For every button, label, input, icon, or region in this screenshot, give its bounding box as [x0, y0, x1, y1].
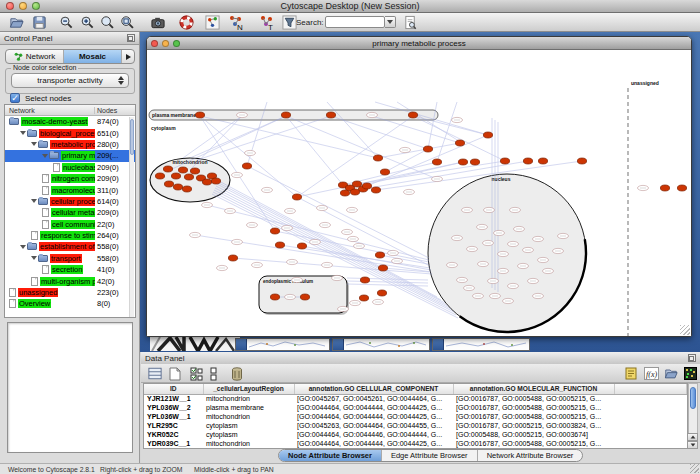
- zoom-fit-icon[interactable]: [119, 14, 136, 31]
- attribute-matrix-icon[interactable]: [682, 366, 698, 381]
- network-node-highlighted[interactable]: [458, 159, 467, 165]
- tree-scrollbar-thumb[interactable]: [130, 119, 134, 155]
- table-scrollbar-thumb[interactable]: [690, 387, 696, 409]
- tree-expand-arrow[interactable]: [31, 256, 37, 260]
- attribute-table-header[interactable]: ID_cellularLayoutRegionannotation.GO CEL…: [144, 384, 687, 394]
- table-column-header[interactable]: annotation.GO MOLECULAR_FUNCTION: [453, 384, 614, 394]
- network-node-highlighted[interactable]: [432, 159, 441, 165]
- network-node-highlighted[interactable]: [577, 158, 586, 164]
- tree-row[interactable]: multi-organism pro42(0): [5, 275, 135, 286]
- control-panel-header[interactable]: Control Panel: [0, 32, 139, 45]
- network-node-highlighted[interactable]: [270, 294, 279, 300]
- tree-row[interactable]: unassigned223(0): [5, 287, 135, 298]
- network-node-highlighted[interactable]: [292, 194, 301, 200]
- window-resize-grip[interactable]: [690, 464, 699, 473]
- network-node-highlighted[interactable]: [360, 277, 369, 283]
- tree-row-label[interactable]: response to stimulu: [40, 231, 95, 240]
- tree-row-label[interactable]: macromolecule: [51, 186, 95, 195]
- network-node-highlighted[interactable]: [359, 295, 368, 301]
- snapshot-camera-icon[interactable]: [149, 14, 166, 31]
- unselect-attributes-icon[interactable]: [207, 366, 223, 381]
- vizmapper-icon[interactable]: [204, 14, 221, 31]
- table-row[interactable]: YPL036W__1mitochondrion[GO:0044464, GO:0…: [144, 412, 687, 421]
- network-node-highlighted[interactable]: [423, 146, 432, 152]
- network-node-highlighted[interactable]: [190, 168, 199, 174]
- network-node-highlighted[interactable]: [182, 186, 191, 192]
- network-node-highlighted[interactable]: [155, 173, 164, 179]
- tree-row-label[interactable]: biological_process: [39, 129, 95, 138]
- tree-row-label[interactable]: establishment of lo: [39, 242, 95, 251]
- background-window-fragment[interactable]: [235, 338, 330, 351]
- network-node-highlighted[interactable]: [202, 179, 211, 185]
- network-node-highlighted[interactable]: [375, 252, 384, 258]
- network-node-highlighted[interactable]: [326, 112, 335, 118]
- table-row[interactable]: YPL036W__2plasma membrane[GO:0044464, GO…: [144, 403, 687, 412]
- network-node-highlighted[interactable]: [164, 181, 173, 187]
- network-node-highlighted[interactable]: [523, 158, 532, 164]
- network-node-highlighted[interactable]: [195, 112, 204, 118]
- tab-overflow-arrow[interactable]: [122, 50, 134, 63]
- background-window-fragment[interactable]: [432, 338, 530, 351]
- network-tree-header[interactable]: Network Nodes: [5, 105, 135, 116]
- tree-row[interactable]: Overview8(0): [5, 298, 135, 309]
- tree-row[interactable]: transport558(0): [5, 253, 135, 264]
- tree-row[interactable]: metabolic process280(0): [5, 139, 135, 150]
- tab-edge-attribute-browser[interactable]: Edge Attribute Browser: [382, 450, 478, 461]
- tree-expand-arrow[interactable]: [31, 142, 37, 146]
- network-node-highlighted[interactable]: [340, 190, 349, 196]
- tree-row-label[interactable]: nucleobase-: [62, 163, 95, 172]
- background-window-fragment[interactable]: [150, 335, 240, 351]
- tree-row-label[interactable]: multi-organism pro: [40, 277, 95, 286]
- attribute-grid-icon[interactable]: [147, 366, 163, 381]
- help-lifering-icon[interactable]: [178, 14, 195, 31]
- network-node-highlighted[interactable]: [371, 187, 380, 193]
- table-row[interactable]: YLR295Ccytoplasm[GO:0045263, GO:0044464,…: [144, 421, 687, 430]
- network-node-highlighted[interactable]: [470, 159, 479, 165]
- tree-row[interactable]: primary metabo209(...: [5, 150, 135, 161]
- tree-row[interactable]: mosaic-demo-yeast874(0): [5, 116, 135, 127]
- tree-row-label[interactable]: metabolic process: [50, 140, 95, 149]
- tab-network[interactable]: Network: [6, 50, 64, 63]
- tree-row-label[interactable]: mosaic-demo-yeast: [21, 117, 88, 126]
- network-node-highlighted[interactable]: [275, 242, 284, 248]
- network-node-highlighted[interactable]: [373, 155, 382, 161]
- table-scroll-down-button[interactable]: [687, 441, 698, 449]
- search-input[interactable]: [325, 16, 385, 28]
- tree-column-network[interactable]: Network: [5, 107, 95, 114]
- save-icon[interactable]: [31, 14, 48, 31]
- tree-row[interactable]: biological_process651(0): [5, 127, 135, 138]
- tree-expand-arrow[interactable]: [20, 245, 26, 249]
- table-column-header[interactable]: [614, 384, 687, 394]
- zoom-in-icon[interactable]: [79, 14, 96, 31]
- network-view-window[interactable]: primary metabolic process plasma membran…: [146, 36, 692, 337]
- tree-row[interactable]: response to stimulu264(0): [5, 230, 135, 241]
- network-node-highlighted[interactable]: [281, 112, 290, 118]
- tree-column-nodes[interactable]: Nodes: [95, 107, 135, 114]
- delete-attribute-icon[interactable]: [229, 366, 245, 381]
- float-panel-icon[interactable]: [688, 354, 696, 362]
- tree-row[interactable]: establishment of lo558(0): [5, 241, 135, 252]
- network-node-highlighted[interactable]: [184, 174, 193, 180]
- network-node-highlighted[interactable]: [297, 243, 306, 249]
- tree-row[interactable]: cell communicat22(0): [5, 219, 135, 230]
- float-panel-icon[interactable]: [127, 34, 135, 42]
- tab-network-attribute-browser[interactable]: Network Attribute Browser: [478, 450, 583, 461]
- tree-row-label[interactable]: cellular process: [50, 197, 95, 206]
- annotation-icon[interactable]: [623, 366, 639, 381]
- network-node-highlighted[interactable]: [178, 167, 187, 173]
- network-node-highlighted[interactable]: [350, 189, 359, 195]
- background-window-fragment[interactable]: [332, 338, 430, 351]
- tree-row[interactable]: nitrogen compo209(0): [5, 173, 135, 184]
- import-attributes-icon[interactable]: [663, 366, 679, 381]
- select-attributes-icon[interactable]: [189, 366, 205, 381]
- tree-expand-arrow[interactable]: [31, 199, 37, 203]
- search-dropdown-button[interactable]: [385, 16, 396, 28]
- network-node-highlighted[interactable]: [377, 290, 386, 296]
- network-annotation-alt-icon[interactable]: T: [258, 14, 275, 31]
- table-row[interactable]: YKR052Ccytoplasm[GO:0044464, GO:0044446,…: [144, 430, 687, 439]
- tree-row[interactable]: cellular metabol209(0): [5, 207, 135, 218]
- frame-resize-grip[interactable]: [680, 325, 690, 335]
- tree-row[interactable]: cellular process614(0): [5, 196, 135, 207]
- network-node-highlighted[interactable]: [163, 166, 172, 172]
- open-folder-icon[interactable]: [8, 14, 25, 31]
